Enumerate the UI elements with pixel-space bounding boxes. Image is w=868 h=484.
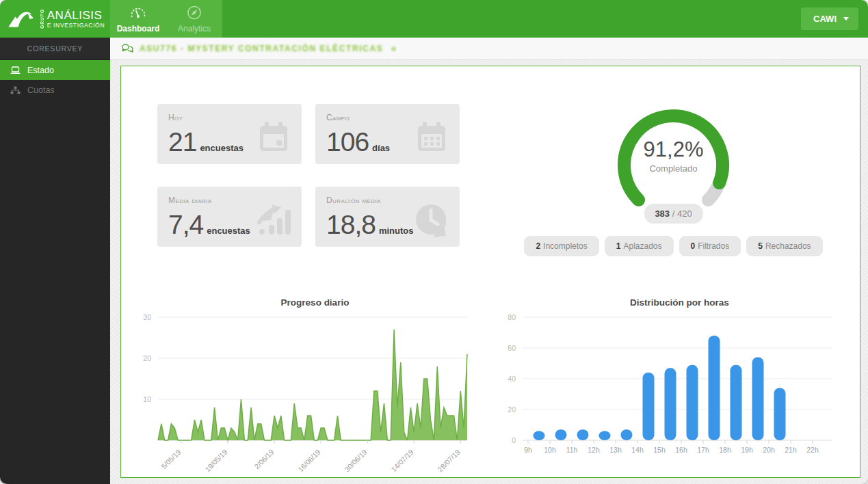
dashboard-panel: Hoy 21encuestas — [120, 66, 860, 478]
comments-icon — [122, 44, 133, 53]
logo-mark-icon — [5, 8, 37, 31]
completed-count: 383 — [655, 209, 670, 219]
calendar-grid-icon — [413, 119, 450, 156]
sitemap-icon — [10, 86, 21, 94]
stat-unit: días — [372, 143, 390, 153]
app-logo[interactable]: GRUPO ANÁLISIS E INVESTIGACIÓN — [0, 0, 110, 38]
svg-text:20: 20 — [508, 405, 516, 414]
svg-text:20: 20 — [143, 354, 151, 362]
stat-card-campo: Campo 106días — [315, 104, 460, 164]
svg-text:17h: 17h — [697, 446, 709, 454]
top-navbar: GRUPO ANÁLISIS E INVESTIGACIÓN Dashboard — [0, 0, 868, 38]
svg-text:30/06/19: 30/06/19 — [343, 448, 368, 473]
area-chart-canvas: 1020305/05/1919/05/192/06/1916/06/1930/0… — [133, 310, 479, 474]
svg-text:14h: 14h — [631, 446, 644, 454]
svg-text:9h: 9h — [524, 446, 532, 454]
logo-grupo-text: GRUPO — [40, 9, 44, 29]
sidebar-item-label: Cuotas — [27, 85, 55, 95]
total-count: 420 — [677, 209, 692, 219]
status-badges: 2Incompletos 1Aplazados 0Filtrados 5Rech… — [524, 236, 822, 256]
svg-text:16h: 16h — [675, 446, 687, 454]
gauge-caption: Completado — [649, 163, 697, 174]
badge-incompletos[interactable]: 2Incompletos — [524, 236, 599, 256]
compass-icon — [186, 5, 202, 21]
laptop-icon — [10, 66, 21, 75]
bar-chart-canvas: 0204060809h10h11h12h13h14h15h16h17h18h19… — [498, 310, 843, 468]
completed-count-pill: 383 / 420 — [644, 204, 702, 224]
gauge-icon — [129, 5, 147, 21]
badge-filtrados[interactable]: 0Filtrados — [679, 236, 741, 256]
svg-text:21h: 21h — [785, 446, 797, 454]
svg-text:16/06/19: 16/06/19 — [296, 448, 321, 473]
logo-line1: ANÁLISIS — [47, 10, 105, 21]
stat-unit: minutos — [379, 226, 414, 236]
svg-text:22h: 22h — [806, 446, 819, 454]
svg-text:13h: 13h — [609, 446, 622, 454]
tab-dashboard[interactable]: Dashboard — [110, 0, 166, 38]
svg-text:20h: 20h — [763, 446, 775, 454]
stat-card-duracion-media: Duración media 18,8minutos — [315, 187, 460, 247]
caret-down-icon — [843, 17, 849, 21]
svg-text:19/05/19: 19/05/19 — [203, 448, 228, 473]
sidebar-item-estado[interactable]: Estado — [0, 60, 110, 80]
stat-value: 106 — [326, 127, 369, 157]
svg-text:30: 30 — [143, 313, 151, 321]
svg-text:0: 0 — [512, 436, 516, 444]
breadcrumb-dot — [391, 46, 396, 51]
stat-unit: encuestas — [200, 143, 244, 153]
svg-text:11h: 11h — [566, 446, 578, 454]
stat-value: 18,8 — [326, 210, 376, 239]
tab-analytics-label: Analytics — [178, 24, 211, 33]
svg-text:28/07/19: 28/07/19 — [436, 448, 461, 473]
sidebar-section-title: CORESURVEY — [0, 38, 110, 60]
hourly-distribution-chart: Distribución por horas 0204060809h10h11h… — [498, 297, 843, 477]
stat-card-hoy: Hoy 21encuestas — [157, 104, 302, 164]
stat-value: 21 — [168, 127, 196, 157]
stat-card-media-diaria: Media diaria 7,4encuestas — [157, 187, 302, 247]
sidebar: CORESURVEY Estado Cuotas — [0, 38, 110, 484]
stat-value: 7,4 — [168, 210, 203, 239]
svg-text:14/07/19: 14/07/19 — [389, 448, 415, 473]
svg-text:10h: 10h — [544, 446, 556, 454]
completion-gauge: 91,2% Completado 383 / 420 — [614, 105, 733, 225]
svg-text:10: 10 — [143, 395, 151, 403]
stat-unit: encuestas — [207, 226, 250, 236]
logo-line2: E INVESTIGACIÓN — [47, 23, 105, 29]
user-menu-button[interactable]: CAWI — [801, 8, 858, 30]
stat-cards: Hoy 21encuestas — [157, 104, 460, 256]
breadcrumb-link[interactable]: ASU776 - MYSTERY CONTRATACIÓN ELÉCTRICAS — [140, 44, 383, 53]
badge-rechazados[interactable]: 5Rechazados — [746, 236, 822, 256]
svg-text:5/05/19: 5/05/19 — [159, 448, 182, 470]
svg-text:60: 60 — [508, 344, 516, 352]
breadcrumb: ASU776 - MYSTERY CONTRATACIÓN ELÉCTRICAS — [110, 38, 868, 60]
svg-text:2/06/19: 2/06/19 — [252, 448, 275, 470]
svg-text:19h: 19h — [741, 446, 753, 454]
nav-tabs: Dashboard Analytics — [110, 0, 222, 38]
badge-aplazados[interactable]: 1Aplazados — [605, 236, 674, 256]
user-menu-label: CAWI — [813, 14, 837, 24]
svg-text:15h: 15h — [653, 446, 666, 454]
sidebar-item-label: Estado — [27, 66, 54, 75]
daily-progress-chart: Progreso diario 1020305/05/1919/05/192/0… — [133, 297, 479, 477]
clock-history-icon — [413, 202, 450, 239]
chart-title: Distribución por horas — [498, 297, 843, 308]
svg-text:40: 40 — [508, 375, 516, 383]
main-area: ASU776 - MYSTERY CONTRATACIÓN ELÉCTRICAS… — [110, 38, 868, 484]
app-window: GRUPO ANÁLISIS E INVESTIGACIÓN Dashboard — [0, 0, 868, 484]
chart-growth-icon — [255, 202, 292, 239]
tab-analytics[interactable]: Analytics — [166, 0, 222, 38]
gauge-percent: 91,2% — [644, 137, 704, 162]
tab-dashboard-label: Dashboard — [117, 24, 160, 33]
sidebar-item-cuotas[interactable]: Cuotas — [0, 80, 110, 100]
calendar-day-icon — [255, 119, 292, 156]
completion-section: 91,2% Completado 383 / 420 2Incompletos … — [487, 104, 860, 256]
svg-text:80: 80 — [508, 313, 516, 321]
svg-text:18h: 18h — [719, 446, 731, 454]
svg-text:12h: 12h — [588, 446, 600, 454]
chart-title: Progreso diario — [133, 297, 479, 308]
